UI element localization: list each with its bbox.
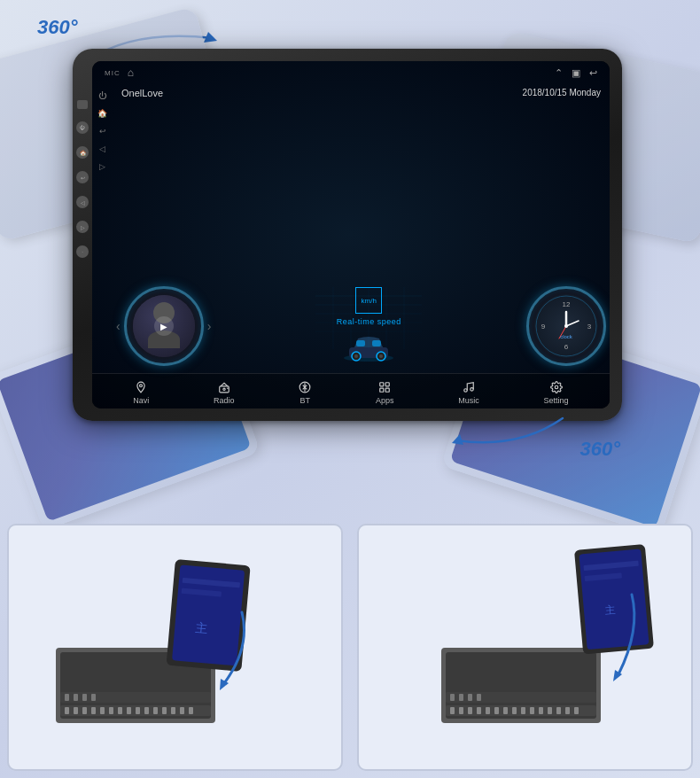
tablet-side-buttons: ⏻ 🏠 ↩ ◁ ▷ ·	[73, 93, 92, 258]
device-left-svg: 主	[38, 541, 313, 754]
nav-item-apps[interactable]: Apps	[376, 381, 394, 405]
date-label: 2018/10/15 Monday	[523, 88, 601, 97]
svg-rect-45	[65, 707, 69, 714]
nav-item-navi[interactable]: Navi	[133, 381, 149, 405]
svg-rect-56	[162, 707, 167, 714]
svg-rect-76	[468, 707, 472, 714]
svg-marker-41	[452, 434, 463, 445]
nav-item-music[interactable]: Music	[458, 381, 479, 405]
apps-icon	[378, 381, 391, 393]
svg-rect-83	[530, 707, 534, 714]
svg-point-17	[354, 354, 358, 358]
music-icon	[463, 381, 475, 393]
svg-rect-48	[91, 707, 96, 714]
setting-icon	[550, 381, 563, 393]
svg-rect-53	[136, 707, 140, 714]
gauge-area: ‹ ▶	[113, 286, 610, 366]
one-love-label: OnelLove	[121, 88, 163, 98]
device-right-svg: 主	[388, 541, 663, 754]
svg-point-39	[471, 388, 474, 392]
svg-rect-47	[82, 707, 87, 714]
side-btn-6: ▷	[76, 221, 89, 233]
side-icon-4: ◁	[99, 144, 105, 153]
music-gauge: ▶	[124, 286, 204, 366]
bottom-panel-right: 主	[357, 524, 693, 771]
main-tablet: ⏻ 🏠 ↩ ◁ ▷ · MIC ⌂ ⌃ ▣ ↩	[73, 49, 622, 421]
svg-rect-84	[539, 707, 543, 714]
svg-text:6: 6	[564, 343, 569, 351]
nav-up-icon: ⌃	[555, 67, 563, 79]
screen-side-icons: ⏻ 🏠 ↩ ◁ ▷	[92, 84, 113, 373]
side-btn-7: ·	[76, 245, 89, 258]
clock-face: 12 3 6 9	[534, 294, 598, 358]
svg-text:clock: clock	[560, 334, 573, 339]
nav-item-bt[interactable]: BT	[299, 381, 311, 405]
svg-rect-37	[386, 388, 390, 392]
svg-rect-92	[468, 694, 472, 701]
svg-point-38	[464, 389, 468, 393]
clock-gauge: 12 3 6 9	[526, 286, 606, 366]
svg-rect-30	[220, 386, 229, 393]
svg-rect-34	[380, 383, 384, 386]
play-icon[interactable]: ▶	[154, 316, 174, 336]
svg-rect-85	[548, 707, 552, 714]
svg-rect-86	[556, 707, 561, 714]
svg-rect-36	[380, 388, 384, 392]
svg-point-40	[555, 385, 558, 389]
svg-rect-50	[109, 707, 113, 714]
svg-rect-64	[91, 694, 96, 701]
side-btn-4: ↩	[76, 171, 89, 183]
side-btn-3: 🏠	[76, 146, 89, 159]
window-icon: ▣	[572, 67, 580, 79]
svg-rect-78	[486, 707, 490, 714]
prev-icon[interactable]: ‹	[116, 319, 121, 333]
nav-item-radio[interactable]: Radio	[214, 381, 235, 405]
degree-label-bottom: 360°	[579, 438, 620, 461]
bt-icon	[299, 381, 311, 393]
svg-text:9: 9	[541, 323, 546, 331]
svg-rect-80	[503, 707, 508, 714]
svg-point-29	[140, 385, 143, 387]
svg-rect-87	[565, 707, 570, 714]
center-gauge: km/h Real-time speed	[337, 287, 401, 365]
bottom-nav: Navi Radio	[92, 373, 610, 408]
svg-rect-61	[65, 694, 69, 701]
navi-icon	[135, 381, 147, 393]
status-bar: MIC ⌂ ⌃ ▣ ↩	[92, 61, 610, 84]
svg-text:3: 3	[587, 323, 592, 331]
svg-text:主: 主	[194, 620, 207, 635]
svg-rect-62	[74, 694, 78, 701]
svg-rect-35	[386, 383, 390, 386]
side-icon-2: 🏠	[97, 109, 107, 118]
nav-label-music: Music	[458, 396, 479, 405]
side-icon-3: ↩	[99, 127, 106, 136]
svg-rect-75	[459, 707, 463, 714]
svg-rect-91	[459, 694, 463, 701]
svg-rect-79	[494, 707, 499, 714]
album-art: ▶	[133, 295, 195, 357]
side-icon-1: ⏻	[98, 91, 106, 100]
top-info: OnelLove 2018/10/15 Monday	[113, 88, 610, 98]
screen-center: OnelLove 2018/10/15 Monday ‹	[113, 84, 610, 373]
nav-item-setting[interactable]: Setting	[544, 381, 569, 405]
degree-label-top: 360°	[37, 16, 78, 39]
clock-svg: 12 3 6 9	[534, 294, 598, 358]
mic-label: MIC	[105, 69, 121, 77]
nav-label-bt: BT	[300, 396, 311, 405]
svg-point-31	[223, 388, 225, 390]
device-right: 主	[359, 525, 691, 769]
svg-point-27	[564, 324, 568, 328]
screen-content: MIC ⌂ ⌃ ▣ ↩ ⏻ 🏠 ↩ ◁	[92, 61, 610, 408]
bottom-panel-left: 主	[7, 524, 343, 771]
next-icon[interactable]: ›	[207, 319, 212, 333]
svg-rect-51	[118, 707, 122, 714]
side-btn-1	[77, 100, 88, 109]
svg-rect-55	[153, 707, 158, 714]
side-icon-5: ▷	[99, 162, 105, 171]
svg-rect-63	[82, 694, 87, 701]
svg-rect-46	[74, 707, 78, 714]
svg-rect-82	[521, 707, 525, 714]
nav-label-apps: Apps	[376, 396, 394, 405]
tablet-screen: MIC ⌂ ⌃ ▣ ↩ ⏻ 🏠 ↩ ◁	[92, 61, 610, 408]
svg-rect-90	[450, 694, 455, 701]
